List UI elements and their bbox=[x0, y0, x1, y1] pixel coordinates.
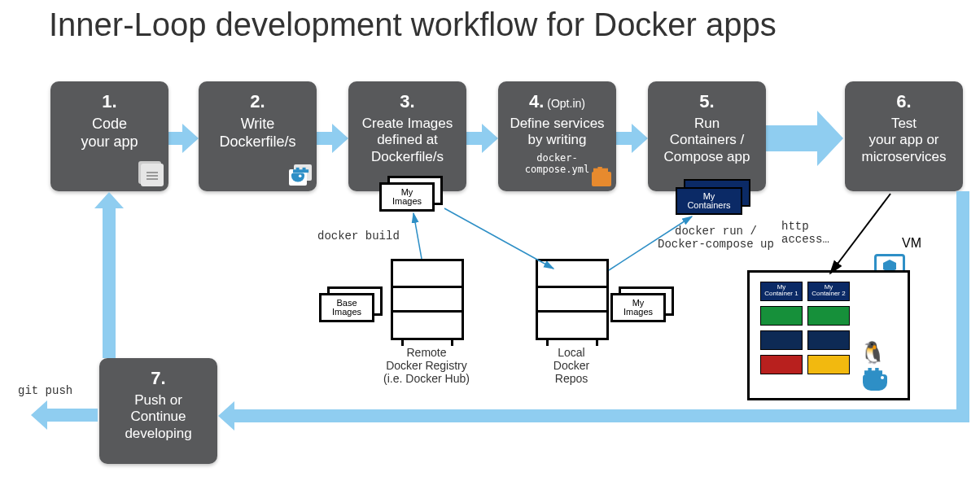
vm-slot-red bbox=[760, 355, 803, 374]
vm-label: VM bbox=[902, 236, 921, 251]
step-2-num: 2. bbox=[250, 91, 265, 112]
step-2-body: Write Dockerfile/s bbox=[205, 116, 310, 151]
step-5-body: Run Containers / Compose app bbox=[654, 116, 759, 165]
vm-slot-green-2 bbox=[807, 306, 850, 326]
step-2: 2. Write Dockerfile/s bbox=[199, 81, 317, 191]
docker-whale-icon bbox=[863, 374, 887, 391]
step-4-num: 4. bbox=[529, 91, 544, 112]
loop-segment-across bbox=[233, 409, 969, 422]
step-5-num: 5. bbox=[699, 91, 714, 112]
my-images-stack-2: My Images bbox=[610, 286, 674, 322]
penguin-icon: 🐧 bbox=[860, 340, 886, 365]
document-icon bbox=[141, 164, 164, 186]
step-7: 7. Push or Continue developing bbox=[99, 358, 217, 464]
git-push-label: git push bbox=[18, 384, 72, 397]
dockerfile-icon bbox=[289, 164, 312, 186]
loop-arrow-into-7 bbox=[233, 409, 234, 422]
arrow-2-3 bbox=[314, 132, 334, 145]
base-images-label: Base Images bbox=[319, 293, 374, 322]
step-4-opt: (Opt.in) bbox=[544, 97, 585, 110]
arrow-5-6 bbox=[763, 125, 820, 151]
arrow-4-5 bbox=[614, 132, 633, 145]
docker-run-label: docker run / Docker-compose up bbox=[658, 225, 774, 251]
vm-slot-navy-1 bbox=[760, 330, 803, 350]
step-1: 1. Code your app bbox=[50, 81, 168, 191]
arrow-git-push bbox=[46, 409, 98, 422]
step-7-body: Push or Continue developing bbox=[106, 392, 211, 442]
vm-container-2: My Container 2 bbox=[807, 282, 850, 301]
remote-registry-shelf bbox=[391, 259, 464, 340]
my-images-stack-1: My Images bbox=[379, 176, 443, 212]
step-6-body: Test your app or microservices bbox=[851, 116, 956, 165]
svg-line-0 bbox=[413, 213, 422, 259]
http-access-label: http access… bbox=[781, 220, 829, 246]
vm-container-1: My Container 1 bbox=[760, 282, 803, 301]
docker-compose-icon bbox=[592, 172, 611, 186]
base-images-stack: Base Images bbox=[319, 286, 383, 322]
step-3-num: 3. bbox=[400, 91, 414, 112]
local-repos-shelf bbox=[536, 259, 609, 340]
vm-slot-green-1 bbox=[760, 306, 803, 326]
step-5: 5. Run Containers / Compose app bbox=[648, 81, 766, 191]
step-4: 4. (Opt.in) Define services by writing d… bbox=[498, 81, 616, 191]
step-4-body: Define services by writing bbox=[505, 116, 610, 149]
my-images-label-2: My Images bbox=[610, 293, 666, 322]
step-1-body: Code your app bbox=[57, 116, 162, 151]
diagram-title: Inner-Loop development workflow for Dock… bbox=[49, 7, 777, 43]
my-containers-stack: My Containers bbox=[676, 179, 750, 215]
docker-build-label: docker build bbox=[317, 230, 400, 243]
step-3-body: Create Images defined at Dockerfile/s bbox=[355, 116, 460, 165]
step-3: 3. Create Images defined at Dockerfile/s bbox=[348, 81, 466, 191]
remote-registry-label: Remote Docker Registry (i.e. Docker Hub) bbox=[370, 346, 483, 385]
local-repos-label: Local Docker Repos bbox=[514, 346, 628, 385]
step-1-num: 1. bbox=[102, 91, 116, 112]
arrow-7-1 bbox=[103, 207, 116, 358]
step-7-num: 7. bbox=[151, 368, 165, 388]
step-6: 6. Test your app or microservices bbox=[845, 81, 963, 191]
vm-slot-navy-2 bbox=[807, 330, 850, 350]
vm-slot-yellow bbox=[807, 355, 850, 374]
loop-segment-down bbox=[956, 191, 969, 409]
my-containers-label: My Containers bbox=[676, 187, 742, 215]
step-6-num: 6. bbox=[896, 91, 911, 112]
my-images-label-1: My Images bbox=[379, 182, 435, 212]
arrow-3-4 bbox=[464, 132, 483, 145]
